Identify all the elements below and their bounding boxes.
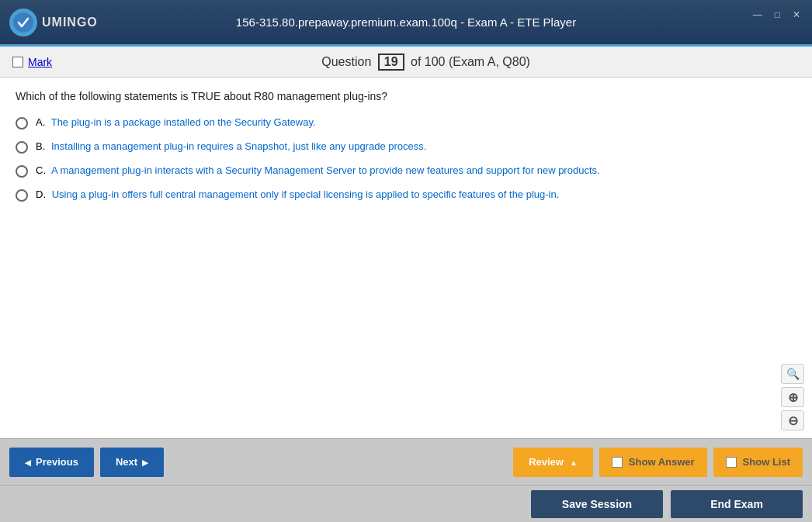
save-session-button[interactable]: Save Session [531,490,663,518]
question-text: Which of the following statements is TRU… [16,90,796,102]
question-info: Question 19 of 100 (Exam A, Q80) [52,54,800,71]
show-answer-label: Show Answer [629,456,695,468]
question-toolbar: Mark Question 19 of 100 (Exam A, Q80) [0,47,812,78]
option-c-label: C. A management plug-in interacts with a… [36,164,600,176]
action-bar: Save Session End Exam [0,485,812,522]
option-a-text: The plug-in is a package installed on th… [51,116,316,128]
option-a-label: A. The plug-in is a package installed on… [36,116,316,128]
question-number-badge: 19 [378,54,404,71]
option-b-text: Installing a management plug-in requires… [51,140,426,152]
review-button[interactable]: Review [513,448,593,477]
option-d-text: Using a plug-in offers full central mana… [52,188,560,200]
question-prefix: Question [321,55,371,68]
option-d: D. Using a plug-in offers full central m… [16,188,796,202]
restore-button[interactable]: □ [771,8,784,22]
search-icon-btn[interactable]: 🔍 [781,364,804,384]
radio-d[interactable] [16,189,28,202]
prev-chevron-icon [25,456,31,468]
next-label: Next [116,456,137,468]
zoom-out-icon: ⊖ [788,413,798,428]
search-icon: 🔍 [786,368,800,380]
next-chevron-icon [142,456,148,468]
show-answer-checkbox [612,457,623,468]
next-button[interactable]: Next [100,448,164,477]
option-a: A. The plug-in is a package installed on… [16,116,796,130]
option-b-label: B. Installing a management plug-in requi… [36,140,426,152]
option-b-letter: B. [36,140,45,152]
end-exam-button[interactable]: End Exam [671,490,803,518]
title-bar: UMINGO 156-315.80.prepaway.premium.exam.… [0,0,812,47]
question-suffix: of 100 (Exam A, Q80) [411,55,530,68]
option-d-label: D. Using a plug-in offers full central m… [36,188,559,200]
option-c: C. A management plug-in interacts with a… [16,164,796,178]
window-title: 156-315.80.prepaway.premium.exam.100q - … [236,16,576,29]
nav-bar: Previous Next Review Show Answer Show Li… [0,438,812,485]
mark-area: Mark [12,56,52,68]
review-chevron-icon [570,456,578,468]
window-controls: — □ ✕ [749,8,804,22]
svg-point-0 [13,12,33,33]
radio-a[interactable] [16,117,28,130]
show-list-checkbox [726,457,737,468]
show-list-label: Show List [743,456,790,468]
close-button[interactable]: ✕ [789,8,804,22]
previous-label: Previous [36,456,78,468]
mark-label[interactable]: Mark [28,56,52,68]
logo-icon [9,9,37,36]
main-content: Which of the following statements is TRU… [0,78,812,438]
mark-checkbox[interactable] [12,57,23,67]
option-d-letter: D. [36,188,46,200]
zoom-in-icon: ⊕ [788,390,798,405]
radio-b[interactable] [16,141,28,154]
option-a-letter: A. [36,116,45,128]
option-b: B. Installing a management plug-in requi… [16,140,796,154]
logo-area: UMINGO [9,9,98,36]
show-list-button[interactable]: Show List [713,448,803,477]
review-label: Review [529,456,564,468]
zoom-in-btn[interactable]: ⊕ [781,387,804,407]
zoom-out-btn[interactable]: ⊖ [781,410,804,430]
previous-button[interactable]: Previous [9,448,94,477]
logo-text: UMINGO [42,16,98,29]
option-c-letter: C. [36,164,46,176]
zoom-controls: 🔍 ⊕ ⊖ [781,364,804,430]
show-answer-button[interactable]: Show Answer [599,448,707,477]
minimize-button[interactable]: — [749,8,766,22]
option-c-text: A management plug-in interacts with a Se… [51,164,600,176]
radio-c[interactable] [16,165,28,178]
